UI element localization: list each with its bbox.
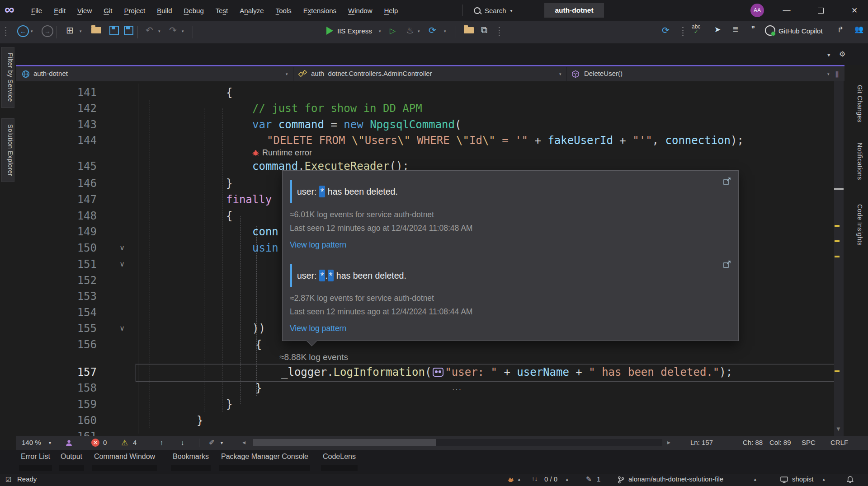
share-icon[interactable]: ↱ — [837, 25, 844, 34]
code-line-144[interactable]: "DELETE FROM \"Users\" WHERE \"Id\" = '"… — [267, 132, 744, 149]
start-without-debug-icon[interactable]: ▷ — [390, 26, 396, 36]
open-external-icon[interactable] — [723, 177, 731, 185]
redo-icon[interactable]: ↷ — [169, 25, 177, 36]
line-number[interactable]: 156 — [53, 336, 97, 353]
bell-icon[interactable] — [846, 476, 854, 484]
open-external-icon[interactable] — [723, 260, 731, 268]
panel-tab-command-window[interactable]: Command Window — [94, 453, 155, 461]
save-all-icon[interactable] — [124, 26, 133, 35]
line-number[interactable]: 149 — [53, 224, 97, 240]
fold-chevron-icon[interactable]: ∨ — [117, 240, 127, 256]
chevron-down-icon[interactable]: ▾ — [510, 8, 513, 13]
fold-chevron-icon[interactable]: ∨ — [117, 256, 127, 272]
format-wand-icon[interactable]: ✐ — [209, 439, 215, 447]
view-log-pattern-link[interactable]: View log pattern — [290, 237, 346, 253]
sidebar-tab-filter-by-service[interactable]: Filter by Service — [1, 47, 14, 108]
warning-count-icon[interactable]: ⚠ — [121, 438, 128, 448]
menu-test[interactable]: Test — [210, 5, 234, 16]
line-number[interactable]: 148 — [53, 208, 97, 224]
line-number[interactable]: 155 — [53, 320, 97, 336]
close-button[interactable]: ✕ — [844, 0, 865, 21]
code-line-143[interactable]: var command = new NpgsqlCommand( — [252, 117, 461, 133]
code-line-149[interactable]: conn — [252, 224, 278, 240]
line-number[interactable]: 154 — [53, 304, 97, 321]
line-number[interactable]: 157 — [53, 364, 97, 380]
error-count-icon[interactable]: ✕ — [91, 439, 99, 447]
navigate-back-icon[interactable]: ← — [17, 25, 29, 37]
line-number[interactable]: 150 — [53, 240, 97, 256]
menu-analyze[interactable]: Analyze — [234, 5, 269, 16]
menu-build[interactable]: Build — [151, 5, 178, 16]
pointer-icon[interactable]: ➤ — [714, 25, 721, 34]
menu-git[interactable]: Git — [98, 5, 118, 16]
breadcrumb-member-chevron[interactable]: ▾ — [827, 72, 830, 76]
menu-view[interactable]: View — [71, 5, 98, 16]
solution-name-badge[interactable]: auth-dotnet — [544, 3, 604, 18]
line-number[interactable]: 159 — [53, 396, 97, 412]
extension-caret-icon[interactable]: ▴ — [518, 477, 520, 481]
zoom-level[interactable]: 140 % — [22, 439, 41, 446]
branch-caret-icon[interactable]: ▴ — [754, 477, 756, 481]
menu-help[interactable]: Help — [378, 5, 404, 16]
sync-caret-icon[interactable]: ▴ — [566, 477, 568, 481]
code-line-159[interactable]: } — [226, 396, 232, 412]
spell-check-icon[interactable]: abc✓ — [692, 24, 700, 34]
new-project-icon[interactable]: ⊞ — [66, 25, 74, 36]
open-folder-icon[interactable] — [91, 27, 101, 33]
line-number[interactable]: 145 — [53, 158, 97, 174]
start-debug-icon[interactable] — [326, 27, 333, 35]
menu-window[interactable]: Window — [342, 5, 378, 16]
breadcrumb-member[interactable]: DeleteUser() — [584, 70, 623, 77]
sidebar-tab-solution-explorer[interactable]: Solution Explorer — [1, 118, 14, 182]
hscroll-thumb[interactable] — [253, 439, 436, 446]
fold-chevron-icon[interactable]: ∨ — [117, 320, 127, 336]
find-in-files-icon[interactable] — [464, 27, 474, 33]
live-share-icon[interactable] — [65, 439, 73, 447]
error-count[interactable]: 0 — [103, 439, 107, 446]
breadcrumb-project[interactable]: auth-dotnet — [33, 70, 68, 77]
log-events-annotation[interactable]: ≈8.88K log events — [279, 351, 348, 363]
profiler-icon[interactable]: ♨ — [406, 25, 414, 36]
line-number[interactable]: 142 — [53, 100, 97, 117]
next-issue-arrow-icon[interactable]: ↓ — [181, 439, 184, 446]
menu-extensions[interactable]: Extensions — [297, 5, 342, 16]
code-line-146[interactable]: } — [226, 175, 232, 192]
code-line-158[interactable]: } — [255, 380, 262, 396]
minimize-button[interactable]: — — [776, 0, 797, 21]
line-number[interactable]: 153 — [53, 288, 97, 304]
line-number[interactable]: 158 — [53, 380, 97, 396]
warning-count[interactable]: 4 — [133, 439, 137, 446]
line-number[interactable]: 161 — [53, 428, 97, 436]
panel-tab-package-manager-console[interactable]: Package Manager Console — [221, 453, 308, 461]
format-dropdown-chevron[interactable]: ▾ — [221, 440, 223, 445]
search-label[interactable]: Search — [485, 7, 506, 14]
panel-tab-output[interactable]: Output — [61, 453, 82, 461]
scrollbar-thumb[interactable] — [834, 188, 844, 190]
search-control[interactable]: Search ▾ — [474, 4, 513, 17]
document-outline-icon[interactable]: ≣ — [732, 25, 738, 33]
code-line-160[interactable]: } — [197, 412, 203, 429]
navigate-back-dropdown[interactable]: ▾ — [31, 29, 33, 33]
branch-name[interactable]: alonam/auth-dotnet-solution-file — [628, 475, 723, 483]
menu-tools[interactable]: Tools — [270, 5, 297, 16]
sync-count[interactable]: 0 / 0 — [544, 475, 557, 483]
menu-edit[interactable]: Edit — [48, 5, 71, 16]
github-copilot-label[interactable]: GitHub Copilot — [778, 27, 823, 35]
toolbar-grip[interactable] — [5, 26, 7, 38]
feedback-icon[interactable]: 👥 — [854, 25, 863, 33]
prev-issue-arrow-icon[interactable]: ↑ — [160, 439, 164, 446]
breadcrumb-type-chevron[interactable]: ▾ — [559, 72, 561, 76]
breadcrumb-type[interactable]: auth_dotnet.Controllers.AdminController — [311, 70, 432, 77]
line-number[interactable]: 160 — [53, 412, 97, 429]
code-line-156[interactable]: { — [255, 336, 262, 353]
scrollbar-down-arrow[interactable]: ▼ — [835, 421, 841, 436]
toolbar-grip[interactable] — [498, 26, 500, 38]
refresh-insights-icon[interactable]: ⟳ — [662, 25, 670, 36]
github-copilot-icon[interactable] — [765, 25, 775, 36]
code-line-147[interactable]: finally — [226, 192, 272, 208]
line-number[interactable]: 143 — [53, 117, 97, 133]
profiler-dropdown[interactable]: ▾ — [418, 29, 420, 33]
repo-caret-icon[interactable]: ▴ — [823, 477, 825, 481]
split-editor-icon[interactable]: ⫼ — [835, 70, 839, 79]
horizontal-scrollbar[interactable] — [253, 439, 662, 446]
